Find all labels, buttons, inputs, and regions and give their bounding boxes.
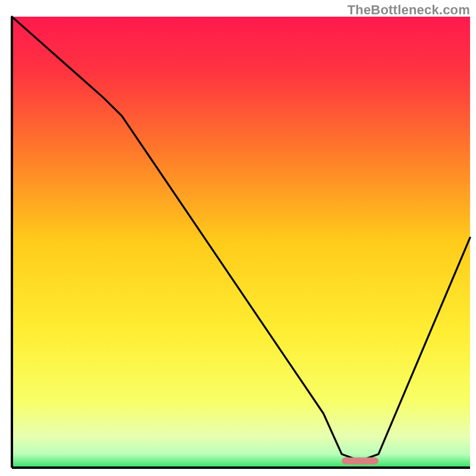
optimum-marker (342, 458, 378, 465)
watermark-text: TheBottleneck.com (347, 2, 470, 18)
chart-svg (0, 0, 476, 476)
bottleneck-chart: TheBottleneck.com (0, 0, 476, 476)
